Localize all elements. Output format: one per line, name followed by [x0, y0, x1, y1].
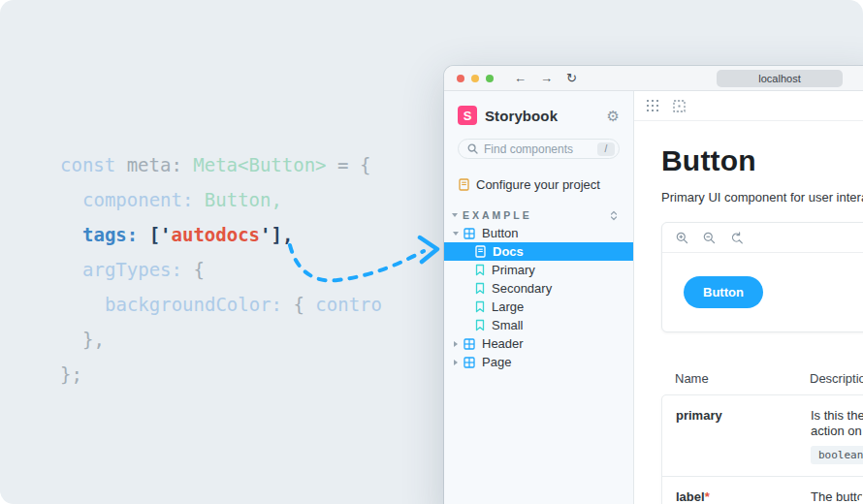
code-token: component:	[82, 189, 205, 210]
maximize-window-button[interactable]	[486, 75, 494, 82]
bookmark-icon	[475, 300, 485, 313]
zoom-reset-icon[interactable]	[730, 232, 744, 244]
section-label: EXAMPLE	[463, 209, 610, 221]
code-token: const	[60, 154, 127, 175]
code-token-autodocs: autodocs	[172, 224, 261, 245]
forward-icon[interactable]: →	[540, 72, 553, 84]
sidebar-item-primary[interactable]: Primary	[444, 261, 633, 279]
code-token: ['	[149, 224, 172, 245]
sidebar-item-label: Configure your project	[476, 177, 600, 192]
code-token: },	[82, 329, 105, 350]
gear-icon[interactable]: ⚙	[607, 109, 620, 123]
preview-toolbar	[662, 223, 863, 253]
search-shortcut-badge: /	[597, 142, 615, 156]
sidebar-item-button-group[interactable]: Button	[444, 224, 633, 242]
component-icon	[463, 357, 475, 368]
code-token: meta:	[127, 154, 194, 175]
address-bar[interactable]: localhost	[717, 70, 843, 87]
code-token-tags: tags:	[82, 224, 149, 245]
sidebar-item-secondary[interactable]: Secondary	[444, 279, 633, 298]
code-token: {	[193, 259, 204, 280]
document-icon	[475, 245, 486, 258]
code-token: contro	[315, 294, 382, 315]
brand-title: Storybook	[485, 108, 607, 124]
code-token: = {	[327, 154, 371, 175]
column-header-description: Description	[810, 371, 863, 386]
arg-name: primary	[676, 408, 811, 464]
sidebar-item-header-group[interactable]: Header	[444, 334, 633, 353]
zoom-out-icon[interactable]	[703, 232, 716, 244]
back-icon[interactable]: ←	[514, 72, 527, 84]
sidebar-item-small[interactable]: Small	[444, 316, 633, 334]
args-table: Name Description primary Is this the pri…	[661, 371, 863, 504]
search-icon	[467, 143, 478, 154]
hero-card: const meta: Meta<Button> = {component: B…	[0, 0, 863, 504]
sidebar-item-label: Large	[492, 299, 524, 314]
code-token: {	[293, 294, 315, 315]
code-token: '],	[260, 224, 293, 245]
docs-panel: Button Primary UI component for user int…	[634, 91, 863, 504]
chevron-down-icon	[453, 232, 459, 236]
code-token: };	[60, 363, 82, 385]
browser-window: ← → ↻ localhost S Storybook ⚙ Find compo…	[444, 66, 863, 504]
component-icon	[463, 228, 475, 239]
required-asterisk: *	[705, 489, 710, 504]
code-token: argTypes:	[82, 259, 193, 280]
code-token: backgroundColor:	[105, 294, 293, 315]
storybook-sidebar: S Storybook ⚙ Find components /	[444, 91, 634, 504]
sidebar-item-label: Page	[482, 355, 511, 369]
page-title: Button	[661, 144, 863, 177]
primary-button-demo[interactable]: Button	[684, 276, 763, 308]
storybook-logo: S	[458, 106, 477, 125]
sidebar-item-docs-selected[interactable]: Docs	[444, 242, 633, 261]
story-preview-card: Button	[661, 222, 863, 332]
bookmark-icon	[475, 264, 485, 276]
code-token: Meta<Button>	[193, 154, 326, 175]
sidebar-item-label: Secondary	[492, 281, 552, 296]
code-token: Button,	[205, 189, 282, 210]
column-header-name: Name	[675, 371, 810, 386]
close-window-button[interactable]	[457, 75, 464, 82]
sidebar-section-example[interactable]: EXAMPLE	[444, 206, 633, 224]
sidebar-item-page-group[interactable]: Page	[444, 353, 633, 371]
reload-icon[interactable]: ↻	[566, 72, 577, 84]
table-row: primary Is this the principal call to ac…	[662, 395, 863, 476]
document-icon	[459, 178, 469, 191]
sidebar-item-large[interactable]: Large	[444, 298, 633, 316]
sidebar-item-label: Docs	[493, 244, 524, 259]
outline-icon[interactable]	[673, 100, 686, 112]
page-subtitle: Primary UI component for user interactio…	[661, 190, 863, 205]
grid-icon[interactable]	[647, 100, 658, 111]
browser-titlebar: ← → ↻ localhost	[444, 66, 863, 91]
sidebar-item-label: Primary	[492, 263, 535, 277]
type-badge: boolean	[811, 446, 863, 464]
bookmark-icon	[475, 319, 485, 331]
search-input[interactable]: Find components /	[458, 139, 620, 159]
arg-name: label	[676, 489, 705, 504]
table-row: label* The button label string	[662, 476, 863, 504]
chevron-right-icon	[454, 341, 458, 347]
arg-description: Is this the principal call to	[811, 408, 863, 424]
chevron-right-icon	[454, 360, 458, 365]
minimize-window-button[interactable]	[471, 75, 479, 82]
sidebar-item-label: Small	[492, 318, 524, 332]
expand-collapse-icon[interactable]	[610, 210, 618, 221]
sidebar-item-label: Header	[482, 336, 524, 351]
sidebar-item-label: Button	[482, 226, 519, 240]
zoom-in-icon[interactable]	[676, 232, 688, 244]
component-icon	[463, 338, 475, 350]
sidebar-item-configure[interactable]: Configure your project	[444, 175, 633, 194]
canvas-toolbar	[634, 91, 863, 121]
search-placeholder: Find components	[484, 142, 597, 156]
code-snippet: const meta: Meta<Button> = {component: B…	[60, 147, 382, 392]
arg-description: action on this page	[811, 424, 863, 439]
bookmark-icon	[475, 282, 485, 295]
arg-description: The button label	[811, 489, 863, 504]
chevron-down-icon	[452, 213, 458, 217]
